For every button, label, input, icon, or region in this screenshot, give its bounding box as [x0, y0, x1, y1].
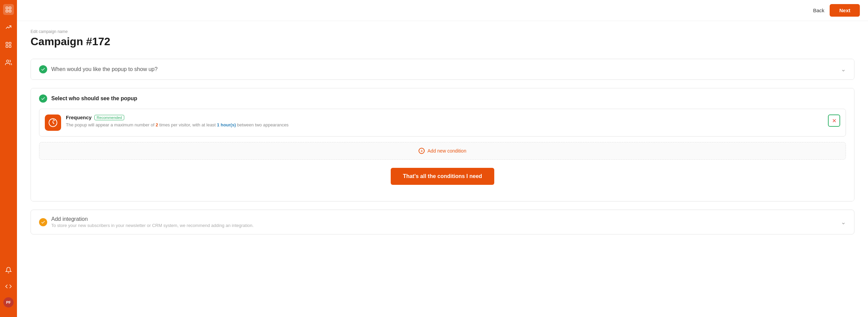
add-condition-button[interactable]: + Add new condition [419, 148, 466, 154]
remove-frequency-button[interactable]: ✕ [828, 115, 840, 127]
integration-desc: To store your new subscribers in your ne… [51, 223, 254, 228]
frequency-title: Frequency Recommended [66, 115, 828, 120]
sidebar-bottom: PF [3, 265, 14, 313]
integration-text: Add integration To store your new subscr… [51, 216, 254, 228]
svg-rect-2 [6, 10, 8, 12]
add-condition-area: + Add new condition [39, 142, 846, 160]
sidebar-item-notifications[interactable] [3, 265, 14, 276]
svg-rect-6 [6, 46, 8, 48]
section-who: Select who should see the popup [31, 88, 854, 201]
campaign-title: Campaign #172 [31, 35, 854, 48]
next-button[interactable]: Next [830, 4, 860, 17]
integration-title: Add integration [51, 216, 254, 222]
plus-circle-icon: + [419, 148, 425, 154]
topbar: Back Next [17, 0, 868, 21]
frequency-card: Frequency Recommended The popup will app… [39, 109, 846, 137]
svg-rect-0 [6, 7, 8, 9]
section-when-check [39, 65, 47, 73]
sidebar-item-analytics[interactable] [3, 22, 14, 33]
main-content: Back Next Edit campaign name Campaign #1… [17, 0, 868, 317]
integration-header[interactable]: Add integration To store your new subscr… [31, 210, 854, 234]
integration-header-left: Add integration To store your new subscr… [39, 216, 254, 228]
sidebar-item-code[interactable] [3, 281, 14, 292]
svg-rect-5 [9, 42, 11, 45]
integration-check-icon [39, 218, 47, 226]
frequency-icon [45, 115, 61, 131]
svg-rect-4 [6, 42, 8, 45]
section-when-chevron: ⌄ [841, 66, 846, 73]
svg-point-8 [6, 60, 9, 63]
svg-rect-7 [9, 46, 11, 48]
page-content: Edit campaign name Campaign #172 When wo… [17, 21, 868, 317]
edit-campaign-label: Edit campaign name [31, 29, 854, 34]
cta-container: That's all the conditions I need [39, 168, 846, 185]
recommended-badge: Recommended [94, 115, 125, 120]
frequency-desc: The popup will appear a maximum number o… [66, 122, 828, 128]
svg-rect-3 [9, 10, 11, 12]
section-who-header-left: Select who should see the popup [39, 94, 137, 103]
section-who-header[interactable]: Select who should see the popup [31, 88, 854, 109]
frequency-info: Frequency Recommended The popup will app… [66, 115, 828, 128]
section-who-title: Select who should see the popup [51, 95, 137, 102]
svg-rect-1 [9, 7, 11, 9]
section-integration: Add integration To store your new subscr… [31, 210, 854, 234]
section-when-header[interactable]: When would you like the popup to show up… [31, 59, 854, 80]
back-button[interactable]: Back [813, 7, 824, 13]
sidebar-item-dashboard[interactable] [3, 4, 14, 15]
sidebar: PF [0, 0, 17, 317]
section-when-title: When would you like the popup to show up… [51, 66, 158, 72]
cta-button[interactable]: That's all the conditions I need [391, 168, 494, 185]
section-who-check [39, 94, 47, 103]
avatar[interactable]: PF [3, 297, 14, 307]
integration-chevron: ⌄ [841, 218, 846, 226]
section-when-header-left: When would you like the popup to show up… [39, 65, 158, 73]
sidebar-item-apps[interactable] [3, 39, 14, 50]
section-when: When would you like the popup to show up… [31, 59, 854, 80]
sidebar-item-users[interactable] [3, 57, 14, 68]
section-who-body: Frequency Recommended The popup will app… [31, 109, 854, 201]
